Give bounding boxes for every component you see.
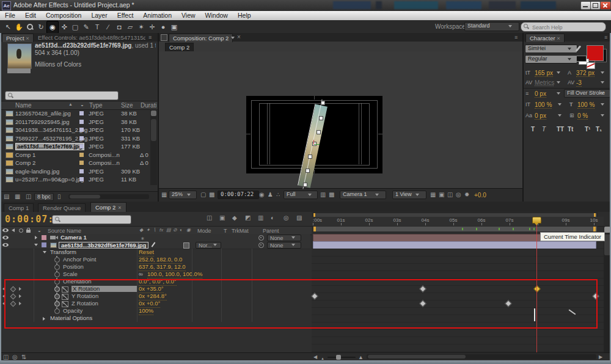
graph-editor-icon[interactable]: ▨ <box>296 214 302 221</box>
type-tool-icon[interactable]: T <box>92 21 103 33</box>
layer-handle[interactable] <box>319 116 323 120</box>
stroke-width-value[interactable]: 0 px <box>535 90 546 98</box>
clone-stamp-tool-icon[interactable]: ◘ <box>114 21 125 33</box>
panel-menu-icon[interactable]: ≡ <box>514 34 518 40</box>
timeline-tab-render-queue[interactable]: Render Queue <box>38 203 86 213</box>
hide-shy-layers-icon[interactable]: ◩ <box>245 214 251 221</box>
mask-shape-tool-icon[interactable]: ▢ <box>70 21 81 33</box>
keyframe-z-rotation[interactable] <box>420 300 426 307</box>
font-style-arrow-icon[interactable] <box>568 58 571 60</box>
close-tab-icon[interactable]: × <box>26 35 29 42</box>
resolution-dropdown[interactable]: Full <box>284 191 318 199</box>
pan-behind-tool-icon[interactable]: ✜ <box>59 21 70 33</box>
column-t[interactable]: T <box>224 228 227 234</box>
layer-name[interactable]: Camera 1 <box>60 234 87 241</box>
menu-composition[interactable]: Composition <box>41 11 86 20</box>
resolution-arrow-icon[interactable] <box>308 194 312 196</box>
live-update-icon[interactable]: ▣ <box>219 214 225 221</box>
menu-layer[interactable]: Layer <box>86 11 112 20</box>
fill-color-swatch[interactable] <box>587 45 604 61</box>
3d-layer-switch-icon[interactable] <box>183 242 189 249</box>
leading-value[interactable]: 372 px <box>576 70 595 77</box>
work-area-start-handle[interactable] <box>313 227 316 231</box>
set-keyframe-icon[interactable] <box>10 301 16 307</box>
font-family-arrow-icon[interactable] <box>568 48 571 50</box>
tsume-value[interactable]: 0 % <box>577 112 588 120</box>
project-row[interactable]: 1236570428_afile.jpgJPEG38 KB <box>0 109 150 117</box>
project-row[interactable]: eagle-landing.jpgJPEG309 KB <box>0 167 150 175</box>
brainstorm-icon[interactable]: ◎ <box>284 214 289 221</box>
region-of-interest-icon[interactable]: ▢ <box>200 191 206 198</box>
scrollbar-thumb[interactable] <box>70 195 100 198</box>
vertical-scale-value[interactable]: 100 % <box>535 101 552 109</box>
tab-effect-controls[interactable]: Effect Controls: ae51f3deb48f8c5471315dd… <box>38 34 145 42</box>
property-label[interactable]: Position <box>63 263 84 271</box>
magnification-dropdown[interactable]: 25% <box>169 191 197 199</box>
property-label[interactable]: Y Rotation <box>71 293 98 300</box>
property-label[interactable]: X Rotation <box>71 286 137 292</box>
label-color-chip[interactable] <box>79 128 84 132</box>
project-item-name[interactable]: 3041938...345476151_2.jpg <box>15 126 87 134</box>
reset-exposure-icon[interactable]: ◎ <box>456 191 461 198</box>
stopwatch-icon[interactable] <box>54 294 60 299</box>
project-row[interactable]: 3041938...345476151_2.jpgJPEG170 KB <box>0 126 150 134</box>
work-area-bar[interactable] <box>313 226 598 232</box>
close-tab-icon[interactable]: × <box>118 205 121 211</box>
layer-handle[interactable] <box>308 155 312 159</box>
prev-keyframe-icon[interactable] <box>2 294 5 298</box>
property-label[interactable]: Anchor Point <box>63 256 96 263</box>
panel-menu-icon[interactable]: ≡ <box>148 34 152 40</box>
prev-keyframe-icon[interactable] <box>2 287 5 291</box>
stopwatch-icon[interactable] <box>54 279 60 285</box>
camera-arrow-icon[interactable] <box>375 194 379 196</box>
timeline-search-input[interactable] <box>62 216 123 225</box>
fast-previews-icon[interactable]: ▦ <box>430 191 436 198</box>
char-toggle-5[interactable]: T₁ <box>596 126 602 133</box>
kerning-value[interactable]: Metrics <box>535 79 554 86</box>
camera-dropdown[interactable]: Camera 1 <box>340 191 386 199</box>
keyframe-y-rotation[interactable] <box>312 293 318 299</box>
column-duration[interactable]: Duration <box>141 102 156 109</box>
motion-blur-icon[interactable]: ◐ <box>271 214 274 221</box>
layer-handle[interactable] <box>316 130 321 134</box>
property-group-label[interactable]: Material Options <box>50 315 92 322</box>
draft-3d-icon[interactable]: ◆ <box>232 214 237 221</box>
comp-tab-dropdown-arrow-icon[interactable] <box>231 37 235 39</box>
project-item-name[interactable]: eagle-landing.jpg <box>15 167 59 175</box>
video-column-eye-icon[interactable] <box>2 228 9 232</box>
timeline-tab-comp-1[interactable]: Comp 1 <box>4 203 34 213</box>
font-size-arrow-icon[interactable] <box>557 71 560 74</box>
expand-arrow-icon[interactable] <box>43 251 46 253</box>
property-label[interactable]: Z Rotation <box>71 300 98 307</box>
project-search-box[interactable] <box>5 91 119 100</box>
label-color-chip[interactable] <box>42 242 46 247</box>
project-row[interactable]: 20117592925945.jpgJPEG38 KB <box>0 118 150 126</box>
next-keyframe-icon[interactable] <box>19 294 21 298</box>
char-toggle-0[interactable]: T <box>531 126 535 133</box>
kerning-arrow-icon[interactable] <box>557 81 560 84</box>
blend-mode-dropdown[interactable]: Nor... <box>196 242 221 249</box>
stopwatch-icon[interactable] <box>54 272 60 277</box>
project-item-name[interactable]: ae51f3d...f5e1fe7f69.jpg <box>15 143 84 150</box>
rotation-tool-icon[interactable]: ↻ <box>35 21 46 33</box>
show-snapshot-icon[interactable]: ♟ <box>268 191 273 198</box>
label-color-chip[interactable] <box>79 111 84 115</box>
column-name[interactable]: Name <box>15 102 32 109</box>
hand-tool-icon[interactable]: ✋ <box>13 21 24 33</box>
pen-tool-icon[interactable]: ✎ <box>81 21 92 33</box>
project-item-name[interactable]: 1236570428_afile.jpg <box>15 109 71 117</box>
layer-handle[interactable] <box>306 169 310 173</box>
sort-arrow-icon[interactable]: ▲ <box>68 102 73 106</box>
brush-tool-icon[interactable]: ∕ <box>103 21 114 33</box>
no-color-swatch[interactable] <box>587 62 595 69</box>
blend-mode-arrow-icon[interactable] <box>213 244 217 246</box>
baseline-shift-arrow-icon[interactable] <box>558 114 562 117</box>
tab-project[interactable]: Project × <box>2 34 34 42</box>
resolution-menu-icon[interactable]: ▥ <box>320 191 326 198</box>
expand-arrow-icon[interactable] <box>35 236 37 239</box>
timeline-zoom-slider[interactable] <box>327 357 356 358</box>
stopwatch-icon[interactable] <box>54 257 60 263</box>
horizontal-scale-value[interactable]: 100 % <box>577 101 595 109</box>
constrain-proportions-icon[interactable]: ∞ <box>139 271 143 278</box>
zoom-tool-icon[interactable] <box>24 21 35 33</box>
